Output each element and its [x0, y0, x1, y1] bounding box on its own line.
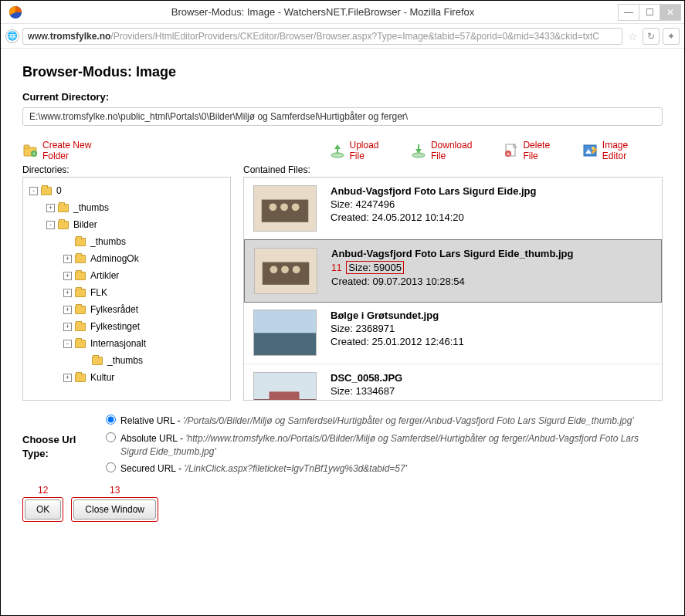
absolute-url-radio[interactable]: [106, 432, 116, 442]
tree-node[interactable]: _thumbs: [26, 233, 227, 250]
tree-node[interactable]: +AdminogOk: [26, 250, 227, 267]
expander-icon[interactable]: -: [46, 221, 55, 229]
site-identity-icon[interactable]: 🌐: [5, 29, 19, 43]
folder-plus-icon: +: [22, 143, 38, 158]
tree-node[interactable]: -Internasjonalt: [26, 335, 227, 352]
expander-icon[interactable]: +: [63, 306, 72, 314]
tree-node-label: AdminogOk: [90, 253, 139, 264]
expander-icon[interactable]: -: [63, 340, 72, 348]
tree-node[interactable]: +Fylkestinget: [26, 318, 227, 335]
download-button[interactable]: Download File: [411, 140, 483, 161]
expander-icon[interactable]: +: [63, 374, 72, 382]
directories-label: Directories:: [22, 164, 231, 175]
expander-icon[interactable]: +: [63, 255, 72, 263]
file-size: 11Size: 59005: [331, 261, 573, 274]
window-title: Browser-Modus: Image - WatchersNET.FileB…: [27, 6, 619, 18]
svg-point-16: [292, 203, 300, 211]
tree-node-label: Kultur: [90, 372, 114, 383]
expander-icon[interactable]: +: [63, 323, 72, 331]
folder-icon: [75, 374, 86, 382]
file-created: Created: 25.01.2012 12:46:11: [331, 336, 464, 347]
current-directory-label: Current Directory:: [22, 91, 663, 103]
file-toolbar: + Create New Folder Upload File Download…: [22, 140, 663, 161]
tree-node[interactable]: +FLK: [26, 284, 227, 301]
ok-button[interactable]: OK: [25, 499, 61, 520]
absolute-url-label: Absolute URL - 'http://www.tromsfylke.no…: [120, 432, 663, 459]
folder-icon: [75, 238, 86, 246]
bookmark-star-icon[interactable]: ☆: [626, 30, 639, 42]
relative-url-radio[interactable]: [106, 415, 116, 425]
tree-node-label: Bilder: [73, 219, 97, 230]
file-name: DSC_0058.JPG: [331, 372, 402, 384]
image-editor-label: Image Editor: [602, 140, 649, 161]
expander-icon[interactable]: +: [46, 204, 55, 212]
tree-node-label: FLK: [90, 287, 107, 298]
folder-icon: [75, 323, 86, 331]
folder-icon: [75, 340, 86, 348]
file-item[interactable]: Anbud-Vagsfjord Foto Lars Sigurd Eide_th…: [244, 239, 662, 303]
svg-text:+: +: [32, 151, 36, 157]
marker-11: 11: [331, 262, 341, 273]
upload-icon: [330, 143, 345, 158]
tree-node-label: _thumbs: [90, 236, 126, 247]
expander-icon[interactable]: +: [63, 289, 72, 297]
tree-node[interactable]: -0: [26, 182, 227, 199]
tree-node[interactable]: +Fylkesrådet: [26, 301, 227, 318]
svg-rect-2: [24, 145, 29, 148]
download-icon: [411, 143, 426, 158]
tree-node-label: Fylkestinget: [90, 321, 140, 332]
secured-url-radio[interactable]: [106, 462, 116, 472]
expander-icon: [80, 357, 89, 365]
file-size: Size: 4247496: [331, 198, 537, 210]
choose-url-label: Choose Url Type:: [22, 415, 92, 480]
window-controls: — ☐ ✕: [619, 4, 681, 21]
reload-button[interactable]: ↻: [643, 28, 660, 45]
upload-button[interactable]: Upload File: [330, 140, 391, 161]
delete-icon: ✕: [503, 143, 518, 158]
folder-icon: [75, 289, 86, 297]
image-editor-icon: [582, 143, 598, 158]
download-label: Download File: [431, 140, 483, 161]
tree-node[interactable]: _thumbs: [26, 352, 227, 369]
svg-point-20: [281, 266, 289, 273]
svg-rect-26: [270, 391, 300, 401]
tree-node[interactable]: +Artikler: [26, 267, 227, 284]
file-item[interactable]: Anbud-Vagsfjord Foto Lars Sigurd Eide.jp…: [244, 178, 662, 240]
svg-point-14: [270, 203, 277, 211]
relative-url-label: Relative URL - '/Portals/0/Bilder/Miljø …: [120, 415, 634, 428]
tree-node[interactable]: +_thumbs: [26, 199, 227, 216]
window-titlebar: Browser-Modus: Image - WatchersNET.FileB…: [1, 1, 684, 24]
image-editor-button[interactable]: Image Editor: [582, 140, 649, 161]
file-item[interactable]: Bølge i Grøtsundet.jpgSize: 2368971Creat…: [244, 302, 662, 364]
tree-node-label: Internasjonalt: [90, 338, 146, 349]
expander-icon[interactable]: +: [63, 272, 72, 280]
folder-icon: [58, 204, 69, 212]
delete-button[interactable]: ✕ Delete File: [503, 140, 561, 161]
svg-rect-18: [263, 262, 309, 284]
folder-icon: [41, 187, 52, 195]
current-directory-input[interactable]: [22, 107, 663, 126]
close-window-button[interactable]: Close Window: [73, 499, 156, 520]
contained-files-label: Contained Files:: [243, 164, 663, 175]
minimize-button[interactable]: —: [618, 4, 639, 21]
file-size: Size: 1334687: [331, 385, 402, 397]
directory-tree[interactable]: -0+_thumbs-Bilder_thumbs+AdminogOk+Artik…: [22, 177, 231, 401]
maximize-button[interactable]: ☐: [639, 4, 660, 21]
tree-node-label: 0: [56, 185, 62, 196]
svg-rect-22: [254, 310, 316, 333]
file-list[interactable]: Anbud-Vagsfjord Foto Lars Sigurd Eide.jp…: [243, 177, 663, 401]
create-folder-button[interactable]: + Create New Folder: [22, 140, 112, 161]
folder-icon: [75, 255, 86, 263]
addon-icon[interactable]: ✦: [663, 28, 680, 45]
file-size: Size: 2368971: [331, 323, 464, 334]
close-button[interactable]: ✕: [660, 4, 681, 21]
url-input[interactable]: www.tromsfylke.no/Providers/HtmlEditorPr…: [22, 28, 622, 45]
tree-node[interactable]: +Kultur: [26, 369, 227, 386]
file-item[interactable]: DSC_0058.JPGSize: 1334687: [244, 364, 662, 401]
svg-point-21: [293, 266, 300, 273]
page-title: Browser-Modus: Image: [22, 64, 663, 80]
tree-node-label: Fylkesrådet: [90, 304, 138, 315]
tree-node[interactable]: -Bilder: [26, 216, 227, 233]
expander-icon[interactable]: -: [29, 187, 38, 195]
secured-url-label: Secured URL - '/LinkClick.aspx?fileticke…: [120, 462, 407, 476]
